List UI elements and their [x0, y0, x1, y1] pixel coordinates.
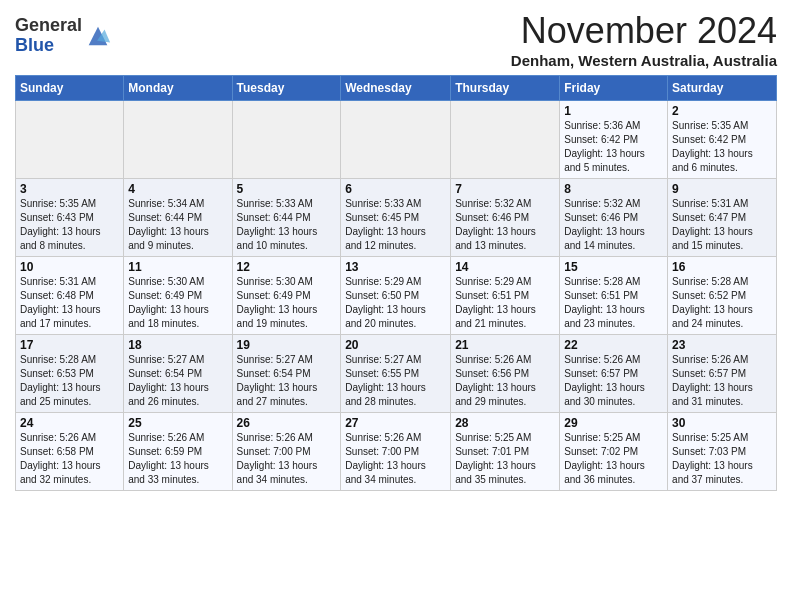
day-number: 3: [20, 182, 119, 196]
logo: General Blue: [15, 16, 112, 56]
calendar-cell: 1Sunrise: 5:36 AMSunset: 6:42 PMDaylight…: [560, 101, 668, 179]
day-number: 24: [20, 416, 119, 430]
day-number: 1: [564, 104, 663, 118]
calendar-cell: 25Sunrise: 5:26 AMSunset: 6:59 PMDayligh…: [124, 413, 232, 491]
weekday-header: Thursday: [451, 76, 560, 101]
day-info: Sunrise: 5:30 AMSunset: 6:49 PMDaylight:…: [128, 275, 227, 331]
calendar-cell: [16, 101, 124, 179]
calendar-week-row: 1Sunrise: 5:36 AMSunset: 6:42 PMDaylight…: [16, 101, 777, 179]
day-number: 26: [237, 416, 337, 430]
day-info: Sunrise: 5:26 AMSunset: 6:57 PMDaylight:…: [564, 353, 663, 409]
day-info: Sunrise: 5:32 AMSunset: 6:46 PMDaylight:…: [455, 197, 555, 253]
day-number: 22: [564, 338, 663, 352]
title-area: November 2024 Denham, Western Australia,…: [511, 10, 777, 69]
calendar-week-row: 10Sunrise: 5:31 AMSunset: 6:48 PMDayligh…: [16, 257, 777, 335]
day-info: Sunrise: 5:26 AMSunset: 6:58 PMDaylight:…: [20, 431, 119, 487]
weekday-header: Saturday: [668, 76, 777, 101]
calendar-cell: 3Sunrise: 5:35 AMSunset: 6:43 PMDaylight…: [16, 179, 124, 257]
day-info: Sunrise: 5:25 AMSunset: 7:01 PMDaylight:…: [455, 431, 555, 487]
calendar-cell: 28Sunrise: 5:25 AMSunset: 7:01 PMDayligh…: [451, 413, 560, 491]
calendar-cell: 7Sunrise: 5:32 AMSunset: 6:46 PMDaylight…: [451, 179, 560, 257]
calendar-cell: [232, 101, 341, 179]
day-number: 10: [20, 260, 119, 274]
day-info: Sunrise: 5:30 AMSunset: 6:49 PMDaylight:…: [237, 275, 337, 331]
calendar-cell: 19Sunrise: 5:27 AMSunset: 6:54 PMDayligh…: [232, 335, 341, 413]
calendar-cell: 24Sunrise: 5:26 AMSunset: 6:58 PMDayligh…: [16, 413, 124, 491]
logo-general: General: [15, 15, 82, 35]
calendar-header-row: SundayMondayTuesdayWednesdayThursdayFrid…: [16, 76, 777, 101]
calendar-cell: 21Sunrise: 5:26 AMSunset: 6:56 PMDayligh…: [451, 335, 560, 413]
day-number: 19: [237, 338, 337, 352]
day-info: Sunrise: 5:31 AMSunset: 6:47 PMDaylight:…: [672, 197, 772, 253]
calendar-cell: [451, 101, 560, 179]
calendar-cell: 12Sunrise: 5:30 AMSunset: 6:49 PMDayligh…: [232, 257, 341, 335]
calendar-week-row: 24Sunrise: 5:26 AMSunset: 6:58 PMDayligh…: [16, 413, 777, 491]
day-number: 11: [128, 260, 227, 274]
location: Denham, Western Australia, Australia: [511, 52, 777, 69]
weekday-header: Tuesday: [232, 76, 341, 101]
calendar-cell: [124, 101, 232, 179]
calendar-cell: 30Sunrise: 5:25 AMSunset: 7:03 PMDayligh…: [668, 413, 777, 491]
day-number: 28: [455, 416, 555, 430]
day-number: 5: [237, 182, 337, 196]
day-number: 27: [345, 416, 446, 430]
weekday-header: Sunday: [16, 76, 124, 101]
calendar-cell: 29Sunrise: 5:25 AMSunset: 7:02 PMDayligh…: [560, 413, 668, 491]
day-number: 4: [128, 182, 227, 196]
day-info: Sunrise: 5:35 AMSunset: 6:42 PMDaylight:…: [672, 119, 772, 175]
day-number: 14: [455, 260, 555, 274]
day-info: Sunrise: 5:29 AMSunset: 6:50 PMDaylight:…: [345, 275, 446, 331]
calendar-cell: 23Sunrise: 5:26 AMSunset: 6:57 PMDayligh…: [668, 335, 777, 413]
calendar-cell: 17Sunrise: 5:28 AMSunset: 6:53 PMDayligh…: [16, 335, 124, 413]
day-number: 8: [564, 182, 663, 196]
calendar-cell: 13Sunrise: 5:29 AMSunset: 6:50 PMDayligh…: [341, 257, 451, 335]
calendar-cell: 5Sunrise: 5:33 AMSunset: 6:44 PMDaylight…: [232, 179, 341, 257]
day-info: Sunrise: 5:26 AMSunset: 7:00 PMDaylight:…: [345, 431, 446, 487]
calendar-week-row: 3Sunrise: 5:35 AMSunset: 6:43 PMDaylight…: [16, 179, 777, 257]
weekday-header: Wednesday: [341, 76, 451, 101]
day-info: Sunrise: 5:26 AMSunset: 7:00 PMDaylight:…: [237, 431, 337, 487]
day-number: 25: [128, 416, 227, 430]
day-number: 12: [237, 260, 337, 274]
day-info: Sunrise: 5:27 AMSunset: 6:54 PMDaylight:…: [237, 353, 337, 409]
day-info: Sunrise: 5:31 AMSunset: 6:48 PMDaylight:…: [20, 275, 119, 331]
calendar-cell: 6Sunrise: 5:33 AMSunset: 6:45 PMDaylight…: [341, 179, 451, 257]
calendar-cell: 20Sunrise: 5:27 AMSunset: 6:55 PMDayligh…: [341, 335, 451, 413]
day-info: Sunrise: 5:33 AMSunset: 6:45 PMDaylight:…: [345, 197, 446, 253]
calendar-cell: 27Sunrise: 5:26 AMSunset: 7:00 PMDayligh…: [341, 413, 451, 491]
page-header: General Blue November 2024 Denham, Weste…: [15, 10, 777, 69]
day-number: 21: [455, 338, 555, 352]
weekday-header: Monday: [124, 76, 232, 101]
calendar-cell: 16Sunrise: 5:28 AMSunset: 6:52 PMDayligh…: [668, 257, 777, 335]
day-info: Sunrise: 5:34 AMSunset: 6:44 PMDaylight:…: [128, 197, 227, 253]
day-info: Sunrise: 5:26 AMSunset: 6:56 PMDaylight:…: [455, 353, 555, 409]
logo-icon: [84, 22, 112, 50]
calendar-cell: 14Sunrise: 5:29 AMSunset: 6:51 PMDayligh…: [451, 257, 560, 335]
calendar-cell: 11Sunrise: 5:30 AMSunset: 6:49 PMDayligh…: [124, 257, 232, 335]
calendar-cell: 26Sunrise: 5:26 AMSunset: 7:00 PMDayligh…: [232, 413, 341, 491]
calendar-cell: 8Sunrise: 5:32 AMSunset: 6:46 PMDaylight…: [560, 179, 668, 257]
day-info: Sunrise: 5:28 AMSunset: 6:52 PMDaylight:…: [672, 275, 772, 331]
day-number: 20: [345, 338, 446, 352]
calendar-cell: 9Sunrise: 5:31 AMSunset: 6:47 PMDaylight…: [668, 179, 777, 257]
day-info: Sunrise: 5:33 AMSunset: 6:44 PMDaylight:…: [237, 197, 337, 253]
day-info: Sunrise: 5:32 AMSunset: 6:46 PMDaylight:…: [564, 197, 663, 253]
calendar-cell: 2Sunrise: 5:35 AMSunset: 6:42 PMDaylight…: [668, 101, 777, 179]
day-info: Sunrise: 5:29 AMSunset: 6:51 PMDaylight:…: [455, 275, 555, 331]
day-info: Sunrise: 5:26 AMSunset: 6:57 PMDaylight:…: [672, 353, 772, 409]
day-number: 18: [128, 338, 227, 352]
calendar-week-row: 17Sunrise: 5:28 AMSunset: 6:53 PMDayligh…: [16, 335, 777, 413]
day-number: 9: [672, 182, 772, 196]
day-number: 30: [672, 416, 772, 430]
day-info: Sunrise: 5:28 AMSunset: 6:51 PMDaylight:…: [564, 275, 663, 331]
day-info: Sunrise: 5:25 AMSunset: 7:02 PMDaylight:…: [564, 431, 663, 487]
day-number: 7: [455, 182, 555, 196]
day-number: 2: [672, 104, 772, 118]
day-number: 17: [20, 338, 119, 352]
calendar-cell: 18Sunrise: 5:27 AMSunset: 6:54 PMDayligh…: [124, 335, 232, 413]
calendar-cell: 10Sunrise: 5:31 AMSunset: 6:48 PMDayligh…: [16, 257, 124, 335]
logo-blue: Blue: [15, 35, 54, 55]
day-number: 23: [672, 338, 772, 352]
day-info: Sunrise: 5:27 AMSunset: 6:55 PMDaylight:…: [345, 353, 446, 409]
calendar-cell: [341, 101, 451, 179]
